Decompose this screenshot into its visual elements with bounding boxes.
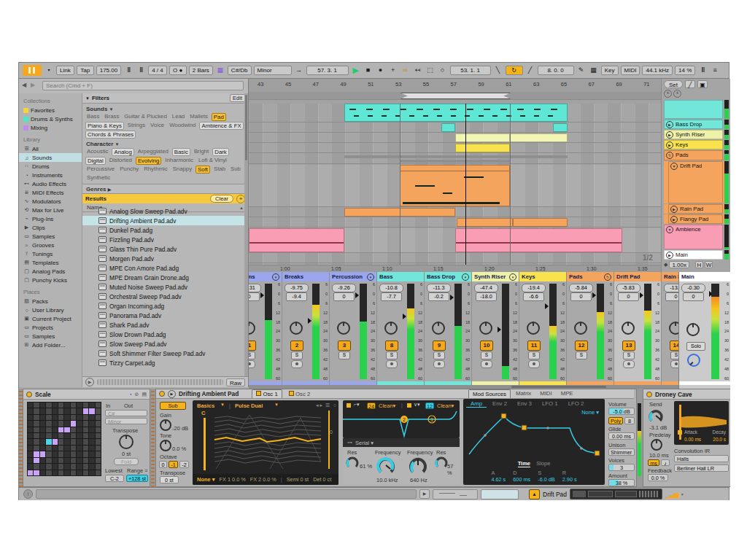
loop-start-field[interactable]: 53. 1. 1 bbox=[450, 66, 491, 75]
character-filter-group[interactable]: Character bbox=[86, 141, 113, 147]
filters-collapse-icon[interactable]: ▼ bbox=[85, 96, 90, 101]
shape-slider[interactable] bbox=[328, 411, 330, 469]
track-header[interactable]: ▶ Keys bbox=[664, 140, 729, 149]
zoom-in-icon[interactable]: + bbox=[664, 90, 672, 98]
filter-tag[interactable]: Lead bbox=[171, 113, 186, 121]
gain-field[interactable]: -18.0 bbox=[476, 292, 497, 301]
library-item[interactable]: ▶ Clips bbox=[19, 223, 82, 232]
track-header[interactable] bbox=[664, 100, 729, 119]
pan-knob[interactable] bbox=[337, 322, 350, 335]
pan-knob[interactable] bbox=[479, 322, 492, 335]
result-row[interactable]: Morgen Pad.adv bbox=[82, 254, 244, 263]
res2-knob[interactable] bbox=[435, 456, 448, 469]
loop-button[interactable]: ↻ bbox=[506, 66, 523, 75]
clip-drift-pad[interactable] bbox=[400, 165, 510, 206]
scale-grid-cell[interactable] bbox=[89, 433, 94, 438]
transpose-field[interactable]: 0 st bbox=[160, 476, 179, 483]
computer-midi-keyboard-icon[interactable]: ▦ bbox=[589, 66, 599, 75]
lane-rain-pad[interactable] bbox=[249, 208, 661, 217]
sounds-filter-group[interactable]: Sounds bbox=[86, 106, 107, 112]
mixer-track-title[interactable]: Percussion ▾ bbox=[330, 272, 376, 281]
places-item[interactable]: ▭ Samples bbox=[19, 332, 82, 341]
scale-grid-cell[interactable] bbox=[28, 464, 33, 469]
scale-grid-cell[interactable] bbox=[96, 446, 101, 451]
wave-list-icon[interactable]: ☰ bbox=[325, 402, 330, 408]
volume-field[interactable]: -10.8 bbox=[379, 284, 403, 292]
decay-value[interactable]: 600 ms bbox=[513, 476, 530, 483]
mixer-track-title[interactable]: Synth Riser ▾ bbox=[472, 272, 519, 281]
menu-icon[interactable]: ≡ bbox=[710, 66, 720, 75]
mixer-strip[interactable]: Bass Drop ▾ -11.3 -0.2 9 S 6061218243036… bbox=[425, 272, 472, 389]
scale-grid-cell[interactable] bbox=[46, 427, 51, 432]
scale-grid-cell[interactable] bbox=[40, 458, 45, 463]
scale-grid-cell[interactable] bbox=[96, 421, 101, 426]
mixer-strip[interactable]: Synth Riser ▾ -47.4 -18.0 10 S 606121824… bbox=[472, 272, 519, 389]
track-header[interactable]: ▶ Bass Drop bbox=[664, 120, 729, 129]
fx2-value[interactable]: FX 2 0.0 % bbox=[250, 476, 276, 483]
scale-grid-cell[interactable] bbox=[58, 439, 63, 444]
filter-tag[interactable]: Woodwind bbox=[168, 122, 197, 130]
scale-grid-cell[interactable] bbox=[40, 427, 45, 432]
filter-tag[interactable]: Guitar & Plucked bbox=[123, 113, 169, 121]
result-row[interactable]: Orchestral Sweep Pad.adv bbox=[82, 292, 244, 301]
main-gain-field[interactable]: 0 bbox=[683, 292, 704, 301]
scale-grid-cell[interactable] bbox=[71, 470, 76, 475]
result-row[interactable]: Slow Sweep Pad.adv bbox=[82, 339, 244, 349]
result-row[interactable]: Panorama Pad.adv bbox=[82, 311, 244, 320]
volume-handle[interactable] bbox=[260, 292, 264, 298]
nudge-up-icon[interactable]: ǀǁ bbox=[136, 66, 146, 75]
time-ruler[interactable]: 1:001:051:101:151:201:251:301:35 bbox=[249, 265, 661, 272]
scale-grid-cell[interactable] bbox=[77, 427, 82, 432]
clip-synth-riser-1[interactable] bbox=[455, 133, 510, 142]
clip-ambience-2[interactable] bbox=[455, 228, 622, 252]
decay-value[interactable]: 20.0 s bbox=[713, 437, 726, 442]
scale-grid-cell[interactable] bbox=[89, 451, 94, 456]
scale-grid-cell[interactable] bbox=[46, 408, 51, 413]
lock-icon[interactable]: ▣ bbox=[697, 80, 708, 88]
scale-grid-cell[interactable] bbox=[28, 470, 33, 475]
scale-grid-cell[interactable] bbox=[77, 446, 82, 451]
scale-grid-cell[interactable] bbox=[64, 470, 69, 475]
filter2-slope-badge[interactable]: 12 bbox=[425, 402, 434, 409]
mixer-strip[interactable]: Percussion ▾ -9.26 0 3 S 606121824303642… bbox=[330, 272, 377, 389]
scale-grid-cell[interactable] bbox=[58, 446, 63, 451]
filter-tag[interactable]: Pad bbox=[212, 113, 226, 121]
raw-button[interactable]: Raw bbox=[226, 378, 245, 386]
mod-tab[interactable]: Matrix bbox=[512, 389, 535, 398]
scale-grid-cell[interactable] bbox=[46, 415, 51, 420]
filter-tag[interactable]: Mallets bbox=[188, 113, 209, 121]
scale-grid-cell[interactable] bbox=[89, 421, 94, 426]
crossfade-knob[interactable] bbox=[687, 354, 700, 367]
play-button[interactable]: ▶ bbox=[351, 66, 361, 75]
arrangement-position-field[interactable]: 57. 3. 1 bbox=[306, 66, 349, 75]
scale-grid-cell[interactable] bbox=[40, 433, 45, 438]
filter-tag[interactable]: Digital bbox=[85, 157, 106, 165]
filter-tag[interactable]: Arpeggiated bbox=[136, 148, 170, 156]
browser-forward-icon[interactable]: ▶ bbox=[31, 82, 35, 88]
output-meter-icon[interactable]: ▁▃▅ bbox=[665, 491, 678, 498]
scale-grid-cell[interactable] bbox=[34, 439, 39, 444]
scale-grid-cell[interactable] bbox=[28, 427, 33, 432]
main-volume-field[interactable]: -0.30 bbox=[681, 284, 705, 292]
scale-grid-cell[interactable] bbox=[83, 427, 88, 432]
volume-handle[interactable] bbox=[545, 303, 549, 309]
filter1-mode-menu[interactable]: Clean▾ bbox=[379, 402, 395, 409]
octave-minus2-button[interactable]: -2 bbox=[179, 461, 189, 468]
scale-grid-cell[interactable] bbox=[83, 446, 88, 451]
scale-grid-cell[interactable] bbox=[46, 470, 51, 475]
wave-circle-icon[interactable]: ○ bbox=[333, 402, 336, 408]
re-enable-automation-icon[interactable]: ↤ bbox=[413, 66, 423, 75]
places-item[interactable]: ○ User Library bbox=[19, 306, 82, 314]
mixer-strip[interactable]: Pads ↻ -5.84 0 12 S 6061218243036424860 bbox=[567, 272, 614, 389]
solo-button[interactable]: S bbox=[481, 351, 492, 359]
scale-grid-cell[interactable] bbox=[96, 470, 101, 475]
scale-grid-cell[interactable] bbox=[28, 458, 33, 463]
filter-tag[interactable]: Piano & Keys bbox=[85, 122, 124, 130]
scale-grid-cell[interactable] bbox=[40, 451, 45, 456]
add-track-icon[interactable]: + bbox=[388, 66, 398, 75]
scale-grid-cell[interactable] bbox=[71, 421, 76, 426]
scale-grid-cell[interactable] bbox=[53, 470, 58, 475]
gain-field[interactable]: 0 bbox=[249, 292, 260, 301]
scale-grid-cell[interactable] bbox=[46, 464, 51, 469]
stop-button[interactable]: ■ bbox=[363, 66, 374, 75]
